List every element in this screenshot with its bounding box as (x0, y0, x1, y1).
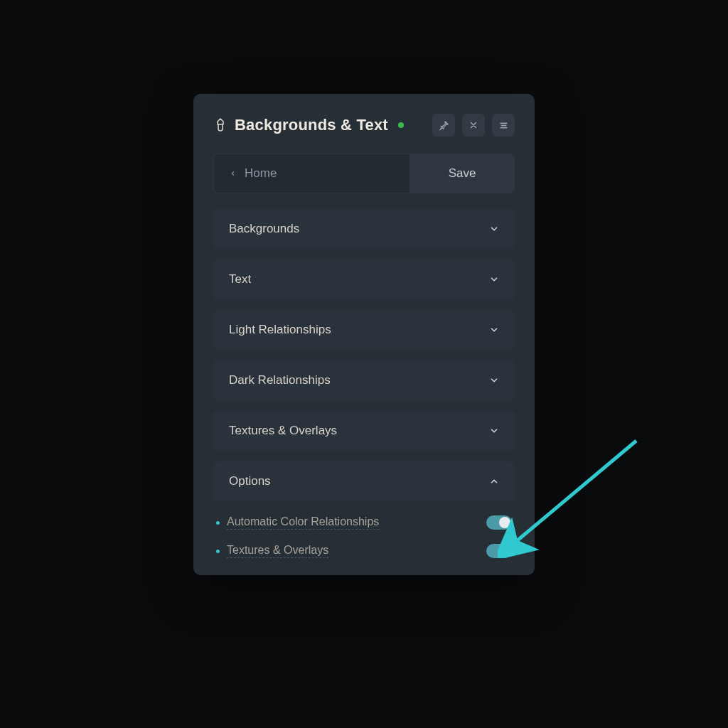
option-row-textures-overlays: Textures & Overlays (213, 544, 515, 558)
accordion-item-textures-overlays[interactable]: Textures & Overlays (213, 411, 515, 451)
option-label: Textures & Overlays (227, 544, 328, 558)
option-left: Textures & Overlays (216, 544, 328, 558)
accordion-label: Text (229, 272, 251, 287)
accordion-label: Textures & Overlays (229, 424, 337, 438)
accordion-item-light-relationships[interactable]: Light Relationships (213, 310, 515, 350)
toggle-knob (499, 517, 510, 528)
chevron-left-icon (230, 168, 236, 178)
toggle-textures-overlays[interactable] (486, 544, 512, 558)
brush-icon (213, 117, 228, 133)
chevron-down-icon (489, 224, 499, 234)
svg-line-0 (518, 441, 636, 540)
home-button[interactable]: Home (213, 154, 410, 193)
pin-button[interactable] (432, 114, 455, 136)
settings-panel: Backgrounds & Text Home (193, 94, 535, 575)
accordion-label: Dark Relationships (229, 373, 331, 387)
status-indicator (398, 122, 404, 128)
accordion-item-backgrounds[interactable]: Backgrounds (213, 209, 515, 249)
home-label: Home (245, 166, 277, 181)
accordion-item-dark-relationships[interactable]: Dark Relationships (213, 360, 515, 400)
toggle-knob (499, 545, 510, 557)
chevron-down-icon (489, 325, 499, 335)
close-button[interactable] (462, 114, 485, 136)
option-row-auto-color: Automatic Color Relationships (213, 515, 515, 530)
panel-header: Backgrounds & Text (213, 114, 515, 136)
chevron-down-icon (489, 375, 499, 385)
chevron-down-icon (489, 426, 499, 436)
chevron-down-icon (489, 274, 499, 284)
option-label: Automatic Color Relationships (227, 515, 379, 530)
save-label: Save (449, 166, 476, 181)
save-button[interactable]: Save (410, 154, 515, 193)
accordion-item-options[interactable]: Options (213, 461, 515, 501)
toggle-auto-color[interactable] (486, 515, 512, 530)
accordion-label: Options (229, 474, 271, 488)
accordion-label: Backgrounds (229, 222, 299, 236)
accordion-label: Light Relationships (229, 323, 331, 337)
nav-row: Home Save (213, 154, 515, 193)
bullet-icon (216, 521, 220, 525)
accordion-item-text[interactable]: Text (213, 259, 515, 299)
bullet-icon (216, 550, 220, 553)
chevron-up-icon (489, 476, 499, 486)
menu-button[interactable] (492, 114, 515, 136)
option-left: Automatic Color Relationships (216, 515, 379, 530)
panel-title: Backgrounds & Text (235, 116, 388, 134)
